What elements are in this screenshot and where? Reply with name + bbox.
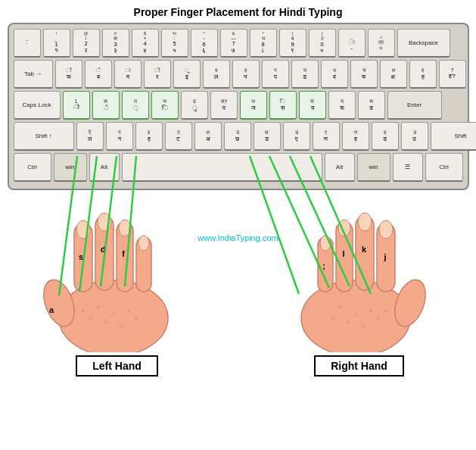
- key-7[interactable]: &—7७: [220, 29, 247, 58]
- svg-point-41: [331, 317, 334, 320]
- key-q[interactable]: ौफ: [55, 60, 82, 89]
- left-hand-svg: s d f a: [15, 193, 219, 352]
- key-n[interactable]: डछ: [224, 122, 251, 151]
- key-equals[interactable]: +त्र=: [368, 29, 395, 58]
- page-title: Proper Finger Placement for Hindi Typing: [134, 6, 343, 18]
- key-8[interactable]: *ध8८: [250, 29, 277, 58]
- key-bracket-l[interactable]: चच: [350, 60, 378, 89]
- svg-point-38: [369, 309, 372, 312]
- svg-point-17: [104, 320, 107, 323]
- svg-point-43: [384, 309, 387, 312]
- key-space[interactable]: [122, 153, 322, 182]
- svg-text:s: s: [78, 252, 82, 261]
- key-y[interactable]: बल: [203, 60, 230, 89]
- svg-point-37: [354, 313, 357, 316]
- key-v[interactable]: टट: [165, 122, 192, 151]
- key-k[interactable]: िस: [269, 91, 297, 120]
- svg-point-14: [97, 305, 100, 308]
- right-hand-svg: ; l k j: [257, 193, 462, 352]
- key-r[interactable]: ीर: [144, 60, 171, 89]
- svg-text:k: k: [361, 245, 366, 254]
- key-p[interactable]: धव: [321, 60, 348, 89]
- svg-point-27: [338, 220, 350, 236]
- svg-point-25: [320, 236, 331, 251]
- svg-point-7: [119, 220, 131, 236]
- key-win-right[interactable]: win: [357, 153, 390, 182]
- key-shift-left[interactable]: Shift ↑: [14, 122, 74, 151]
- key-m[interactable]: छड: [254, 122, 281, 151]
- key-ctrl-left[interactable]: Ctrl: [14, 153, 51, 182]
- svg-point-0: [59, 280, 168, 352]
- key-backtick[interactable]: ~`: [14, 29, 41, 58]
- key-1[interactable]: !॒1१: [43, 29, 70, 58]
- key-9[interactable]: (ब9९: [279, 29, 306, 58]
- key-enter[interactable]: Enter: [387, 91, 442, 120]
- key-rup[interactable]: डउ: [401, 122, 428, 151]
- right-hand-section: ; l k j Right Hand: [250, 193, 469, 405]
- key-h[interactable]: श्रप: [210, 91, 238, 120]
- key-period[interactable]: एण: [313, 122, 340, 151]
- key-u[interactable]: हन: [232, 60, 260, 89]
- key-x[interactable]: गग: [106, 122, 133, 151]
- svg-text:j: j: [383, 252, 386, 261]
- key-backspace[interactable]: Backspace: [397, 29, 450, 58]
- key-backslash[interactable]: हह: [409, 60, 437, 89]
- key-minus[interactable]: _ा-: [338, 29, 366, 58]
- key-t[interactable]: ूइ: [173, 60, 201, 89]
- key-quote[interactable]: रूड: [358, 91, 385, 120]
- key-extra[interactable]: ?ह?: [439, 60, 466, 89]
- keyboard: ~` !॒1१ @/2२ #क3३ $+4४ %:5५ ^॰6६ &—7७ *ध…: [8, 23, 469, 190]
- keyboard-row-1: ~` !॒1१ @/2२ #क3३ $+4४ %:5५ ^॰6६ &—7७ *ध…: [14, 29, 463, 58]
- key-s[interactable]: के: [92, 91, 120, 120]
- key-6[interactable]: ^॰6६: [191, 29, 218, 58]
- key-shift-right[interactable]: Shift: [431, 122, 477, 151]
- key-ctrl-right[interactable]: Ctrl: [425, 153, 463, 182]
- svg-point-39: [347, 320, 350, 323]
- left-hand-section: s d f a Left Han: [8, 193, 227, 405]
- key-rslash[interactable]: हड: [372, 122, 399, 151]
- watermark: www.IndiaTyping.com: [198, 233, 278, 242]
- hands-area: s d f a Left Han: [8, 193, 469, 405]
- svg-text:a: a: [48, 305, 54, 314]
- key-l[interactable]: सय: [299, 91, 326, 120]
- key-2[interactable]: @/2२: [73, 29, 100, 58]
- key-e[interactable]: ाम: [114, 60, 142, 89]
- key-i[interactable]: गप: [262, 60, 289, 89]
- keyboard-row-2: Tab → ौफ ैब ाम ीर ूइ बल हन गप घड धव चच क…: [14, 60, 463, 89]
- key-capslock[interactable]: Caps Lock: [14, 91, 61, 120]
- svg-point-15: [112, 313, 115, 316]
- key-3[interactable]: #क3३: [102, 29, 129, 58]
- svg-text:f: f: [122, 249, 125, 258]
- key-b[interactable]: अअ: [194, 122, 222, 151]
- right-hand-label: Right Hand: [314, 355, 404, 377]
- key-5[interactable]: %:5५: [161, 29, 188, 58]
- key-z[interactable]: ऍल: [76, 122, 104, 151]
- svg-point-29: [358, 213, 372, 231]
- key-f[interactable]: जि: [151, 91, 179, 120]
- key-slash[interactable]: णह: [342, 122, 369, 151]
- svg-text:d: d: [100, 245, 105, 254]
- key-w[interactable]: ैब: [85, 60, 112, 89]
- svg-text:;: ;: [322, 261, 325, 270]
- svg-point-20: [135, 317, 138, 320]
- key-a[interactable]: 1ो: [63, 91, 90, 120]
- svg-point-42: [377, 317, 380, 320]
- key-4[interactable]: $+4४: [132, 29, 159, 58]
- svg-point-3: [76, 220, 90, 239]
- key-alt-right[interactable]: Alt: [325, 153, 355, 182]
- key-comma[interactable]: डए: [283, 122, 310, 151]
- key-semi[interactable]: यरू: [328, 91, 356, 120]
- key-tab[interactable]: Tab →: [14, 60, 53, 89]
- key-alt-left[interactable]: Alt: [89, 153, 120, 182]
- key-j[interactable]: जज: [240, 91, 267, 120]
- key-bracket-r[interactable]: क्षक्ष: [380, 60, 407, 89]
- svg-point-19: [89, 317, 92, 320]
- key-0[interactable]: )ट0०: [309, 29, 336, 58]
- key-win-left[interactable]: win: [54, 153, 87, 182]
- key-menu[interactable]: ☰: [393, 153, 423, 182]
- key-d[interactable]: त्: [122, 91, 149, 120]
- key-o[interactable]: घड: [291, 60, 319, 89]
- svg-point-22: [301, 280, 410, 352]
- key-g[interactable]: ढु: [181, 91, 208, 120]
- key-c[interactable]: हह: [135, 122, 163, 151]
